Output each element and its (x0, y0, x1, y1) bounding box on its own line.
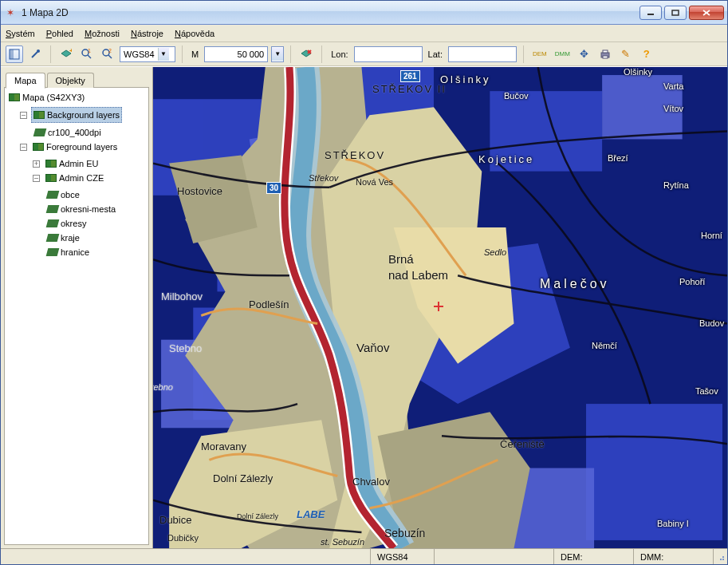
scale-input[interactable] (204, 46, 268, 62)
close-button[interactable] (689, 6, 724, 20)
lon-label: Lon: (329, 49, 350, 59)
window-title: 1 Mapa 2D (22, 7, 639, 18)
chevron-down-icon: ▼ (272, 48, 283, 61)
menu-help[interactable]: Nápověda (175, 29, 214, 38)
layer-icon (46, 205, 60, 213)
layer-icon (46, 191, 60, 199)
collapse-handle[interactable]: – (33, 175, 40, 182)
help-icon[interactable]: ? (638, 45, 655, 63)
lon-input[interactable] (354, 46, 423, 62)
svg-rect-21 (603, 56, 608, 58)
layer-tree[interactable]: Mapa (S42XY3) – Background layers cr100_… (4, 87, 149, 545)
collapse-handle[interactable]: – (20, 112, 27, 119)
coord-system-value: WGS84 (124, 49, 155, 59)
app-icon: ✶ (4, 6, 17, 19)
eyedropper-icon[interactable] (26, 45, 44, 63)
layers-icon (33, 111, 45, 119)
toggle-sidebar-button[interactable] (6, 45, 23, 63)
svg-point-7 (37, 49, 40, 53)
svg-rect-26 (586, 404, 722, 540)
map-canvas[interactable]: 261 30 Olšinky Olšinky Bučov Varta Vítov… (153, 67, 727, 548)
svg-text:2: 2 (108, 48, 112, 53)
layer-icon (46, 234, 60, 242)
svg-line-11 (88, 55, 91, 58)
tree-root[interactable]: Mapa (S42XY3) (7, 90, 86, 105)
tools-icon[interactable]: ✎ (617, 45, 635, 63)
dmm-toggle[interactable]: DMM (553, 45, 573, 63)
sidebar: Mapa Objekty Mapa (S42XY3) – Background … (1, 67, 153, 548)
add-layer-icon[interactable]: + (57, 45, 75, 63)
pan-arrows-icon[interactable]: ✥ (576, 45, 593, 63)
tree-item-okresy[interactable]: okresy (45, 216, 88, 231)
status-spacer-1 (1, 549, 370, 564)
layer-icon (46, 219, 60, 227)
tab-map[interactable]: Mapa (6, 73, 45, 89)
status-dem: DEM: (553, 549, 633, 564)
minimize-button[interactable] (639, 6, 662, 20)
svg-rect-20 (603, 50, 608, 53)
chevron-down-icon: ▼ (158, 48, 169, 61)
lat-label: Lat: (426, 49, 445, 59)
status-spacer-2 (434, 549, 553, 564)
menu-view[interactable]: Pohled (46, 29, 73, 38)
menu-options[interactable]: Možnosti (85, 29, 120, 38)
layers-icon (45, 160, 57, 168)
svg-text:1: 1 (88, 48, 91, 53)
map-icon (9, 93, 20, 101)
tree-item-admin-eu[interactable]: Admin EU (44, 156, 100, 171)
layer-icon (46, 248, 60, 256)
tab-objects[interactable]: Objekty (47, 73, 94, 88)
svg-rect-5 (10, 49, 14, 59)
status-coord-sys: WGS84 (370, 549, 434, 564)
layer-icon (33, 128, 47, 136)
tree-item-hranice[interactable]: hranice (45, 245, 91, 259)
tree-foreground-layers[interactable]: Foreground layers (31, 140, 119, 154)
scale-dropdown[interactable]: ▼ (271, 46, 284, 62)
svg-text:+: + (69, 49, 72, 54)
coord-system-select[interactable]: WGS84 ▼ (120, 46, 175, 62)
svg-line-14 (108, 55, 112, 58)
menu-bar: Systém Pohled Možnosti Nástroje Nápověda (1, 25, 727, 42)
status-dmm: DMM: (633, 549, 713, 564)
dem-toggle[interactable]: DEM (530, 45, 549, 63)
tree-item-obce[interactable]: obce (45, 188, 81, 202)
svg-rect-42 (722, 556, 724, 558)
lat-input[interactable] (448, 46, 517, 62)
layers-icon (33, 143, 44, 151)
tree-item-kraje[interactable]: kraje (45, 231, 81, 245)
zoom-2-icon[interactable]: 2 (99, 45, 116, 63)
layers-icon (45, 174, 57, 182)
status-bar: WGS84 DEM: DMM: (1, 548, 727, 564)
tree-item-okresni-mesta[interactable]: okresni-mesta (45, 202, 117, 216)
remove-layer-icon[interactable] (297, 45, 315, 63)
svg-rect-31 (602, 75, 683, 139)
maximize-button[interactable] (664, 6, 687, 20)
scale-label: M (189, 49, 201, 59)
zoom-1-icon[interactable]: 1 (78, 45, 96, 63)
print-icon[interactable] (596, 45, 614, 63)
tree-background-layers[interactable]: Background layers (31, 107, 122, 123)
menu-system[interactable]: Systém (6, 29, 35, 38)
title-bar: ✶ 1 Mapa 2D (1, 1, 727, 25)
svg-rect-1 (672, 10, 679, 15)
toolbar: + 1 2 WGS84 ▼ M ▼ Lon: Lat: DEM DMM ✥ (1, 42, 727, 66)
tree-item-admin-cze[interactable]: Admin CZE (44, 171, 105, 185)
svg-rect-41 (720, 559, 722, 560)
expand-handle[interactable]: + (33, 160, 40, 168)
svg-rect-40 (722, 559, 724, 560)
menu-tools[interactable]: Nástroje (131, 29, 163, 38)
svg-line-6 (32, 52, 37, 57)
collapse-handle[interactable]: – (20, 144, 27, 151)
resize-grip-icon[interactable] (713, 549, 727, 564)
tree-item-cr100[interactable]: cr100_400dpi (33, 125, 103, 140)
